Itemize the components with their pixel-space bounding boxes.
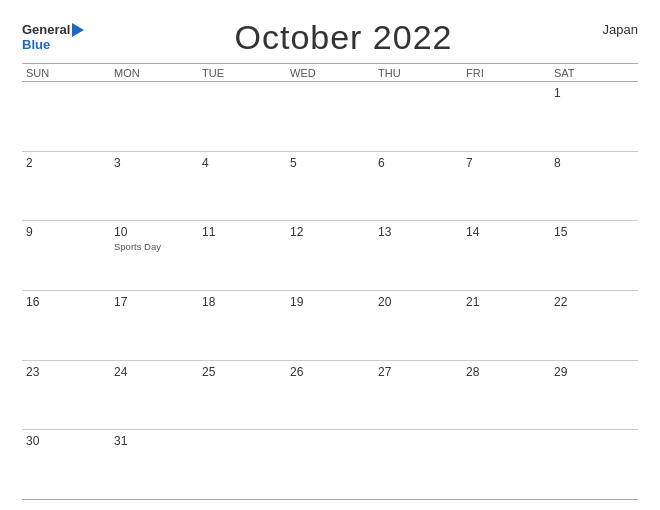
day-cell bbox=[22, 82, 110, 151]
header: General Blue October 2022 Japan bbox=[22, 18, 638, 57]
day-cell bbox=[374, 430, 462, 499]
day-cell: 22 bbox=[550, 291, 638, 360]
day-number: 24 bbox=[114, 365, 194, 379]
calendar-grid: SUNMONTUEWEDTHUFRISAT 12345678910Sports … bbox=[22, 63, 638, 500]
day-number: 30 bbox=[26, 434, 106, 448]
day-number: 29 bbox=[554, 365, 634, 379]
day-cell: 1 bbox=[550, 82, 638, 151]
day-number: 20 bbox=[378, 295, 458, 309]
day-number: 28 bbox=[466, 365, 546, 379]
day-cell: 13 bbox=[374, 221, 462, 290]
day-number: 13 bbox=[378, 225, 458, 239]
day-cell: 21 bbox=[462, 291, 550, 360]
day-number: 5 bbox=[290, 156, 370, 170]
day-cell bbox=[198, 82, 286, 151]
day-number: 16 bbox=[26, 295, 106, 309]
day-cell: 4 bbox=[198, 152, 286, 221]
day-cell: 10Sports Day bbox=[110, 221, 198, 290]
week-row: 2345678 bbox=[22, 152, 638, 222]
day-cell: 16 bbox=[22, 291, 110, 360]
day-header: SUN bbox=[22, 67, 110, 79]
day-cell: 29 bbox=[550, 361, 638, 430]
day-cell: 23 bbox=[22, 361, 110, 430]
day-number: 15 bbox=[554, 225, 634, 239]
weeks-container: 12345678910Sports Day1112131415161718192… bbox=[22, 82, 638, 500]
day-cell: 12 bbox=[286, 221, 374, 290]
day-cell: 31 bbox=[110, 430, 198, 499]
day-cell: 14 bbox=[462, 221, 550, 290]
day-cell bbox=[198, 430, 286, 499]
day-number: 19 bbox=[290, 295, 370, 309]
country-label: Japan bbox=[603, 18, 638, 37]
day-number: 26 bbox=[290, 365, 370, 379]
logo-blue-text: Blue bbox=[22, 38, 50, 52]
day-cell bbox=[462, 430, 550, 499]
day-cell: 19 bbox=[286, 291, 374, 360]
day-cell: 15 bbox=[550, 221, 638, 290]
day-header: SAT bbox=[550, 67, 638, 79]
day-cell bbox=[374, 82, 462, 151]
svg-marker-0 bbox=[72, 23, 84, 37]
day-cell bbox=[110, 82, 198, 151]
day-cell: 5 bbox=[286, 152, 374, 221]
day-cell: 9 bbox=[22, 221, 110, 290]
day-number: 12 bbox=[290, 225, 370, 239]
day-cell bbox=[550, 430, 638, 499]
day-number: 25 bbox=[202, 365, 282, 379]
day-cell: 27 bbox=[374, 361, 462, 430]
day-number: 9 bbox=[26, 225, 106, 239]
day-header: TUE bbox=[198, 67, 286, 79]
logo: General Blue bbox=[22, 23, 84, 52]
day-number: 23 bbox=[26, 365, 106, 379]
week-row: 16171819202122 bbox=[22, 291, 638, 361]
calendar-page: General Blue October 2022 Japan SUNMONTU… bbox=[0, 0, 660, 510]
day-cell: 2 bbox=[22, 152, 110, 221]
day-cell: 18 bbox=[198, 291, 286, 360]
day-cell: 7 bbox=[462, 152, 550, 221]
week-row: 1 bbox=[22, 82, 638, 152]
day-number: 10 bbox=[114, 225, 194, 239]
day-cell bbox=[286, 430, 374, 499]
week-row: 23242526272829 bbox=[22, 361, 638, 431]
day-number: 22 bbox=[554, 295, 634, 309]
day-number: 31 bbox=[114, 434, 194, 448]
day-cell: 3 bbox=[110, 152, 198, 221]
day-cell bbox=[286, 82, 374, 151]
day-headers-row: SUNMONTUEWEDTHUFRISAT bbox=[22, 63, 638, 82]
week-row: 910Sports Day1112131415 bbox=[22, 221, 638, 291]
day-cell: 24 bbox=[110, 361, 198, 430]
day-cell: 11 bbox=[198, 221, 286, 290]
day-cell: 25 bbox=[198, 361, 286, 430]
calendar-title: October 2022 bbox=[234, 18, 452, 57]
day-cell: 30 bbox=[22, 430, 110, 499]
logo-flag-icon bbox=[72, 23, 84, 37]
day-number: 21 bbox=[466, 295, 546, 309]
day-header: WED bbox=[286, 67, 374, 79]
week-row: 3031 bbox=[22, 430, 638, 500]
day-number: 17 bbox=[114, 295, 194, 309]
day-cell: 8 bbox=[550, 152, 638, 221]
day-cell: 17 bbox=[110, 291, 198, 360]
day-number: 14 bbox=[466, 225, 546, 239]
day-cell: 28 bbox=[462, 361, 550, 430]
day-number: 1 bbox=[554, 86, 634, 100]
day-number: 3 bbox=[114, 156, 194, 170]
day-number: 2 bbox=[26, 156, 106, 170]
day-number: 6 bbox=[378, 156, 458, 170]
day-number: 27 bbox=[378, 365, 458, 379]
logo-general-text: General bbox=[22, 23, 70, 37]
day-header: MON bbox=[110, 67, 198, 79]
day-cell: 6 bbox=[374, 152, 462, 221]
day-cell: 20 bbox=[374, 291, 462, 360]
day-number: 8 bbox=[554, 156, 634, 170]
day-number: 7 bbox=[466, 156, 546, 170]
day-cell bbox=[462, 82, 550, 151]
day-number: 18 bbox=[202, 295, 282, 309]
day-cell: 26 bbox=[286, 361, 374, 430]
event-label: Sports Day bbox=[114, 241, 194, 252]
day-number: 4 bbox=[202, 156, 282, 170]
day-header: THU bbox=[374, 67, 462, 79]
day-number: 11 bbox=[202, 225, 282, 239]
day-header: FRI bbox=[462, 67, 550, 79]
